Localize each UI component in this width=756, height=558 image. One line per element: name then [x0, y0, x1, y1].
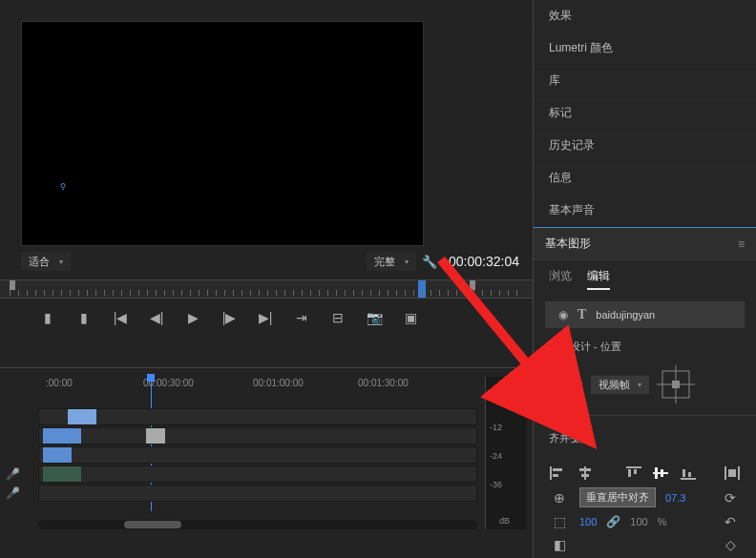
- align-bottom-button[interactable]: [680, 465, 698, 482]
- chevron-down-icon: ▾: [405, 258, 409, 266]
- svg-rect-4: [550, 466, 552, 480]
- timeline-panel: :00:00 00:00:30:00 00:01:00:00 00:01:30:…: [0, 367, 533, 539]
- panel-tab-history[interactable]: 历史记录: [534, 130, 756, 162]
- svg-rect-18: [688, 472, 691, 477]
- transport-controls: ▮ ▮ |◀ ◀| ▶ |▶ ▶| ⇥ ⊟ 📷 ▣: [38, 310, 420, 325]
- opacity-value[interactable]: 100: [630, 516, 647, 527]
- pin-to-dropdown[interactable]: 视频帧 ▾: [591, 376, 649, 394]
- time-label: 00:01:00:00: [253, 378, 304, 388]
- time-label: :00:00: [46, 378, 73, 388]
- reset-icon[interactable]: ⟳: [720, 489, 741, 506]
- svg-rect-17: [682, 469, 685, 477]
- panel-tab-markers[interactable]: 标记: [534, 97, 756, 130]
- align-left-button[interactable]: [549, 465, 567, 482]
- align-hcenter-button[interactable]: [577, 465, 595, 482]
- timeline-scrollbar[interactable]: [38, 520, 477, 529]
- panel-menu-icon[interactable]: ≡: [738, 238, 745, 251]
- svg-rect-6: [553, 474, 558, 477]
- mark-out-button[interactable]: ▮: [74, 310, 94, 325]
- vcenter-tooltip: 垂直居中对齐: [579, 487, 656, 507]
- distribute-button[interactable]: [723, 465, 741, 482]
- main-editor-area: ǫ 适合 ▾ 完整 ▾ 🔧 00:00:32:04 ▮ ▮ |◀ ◀| ▶ |▶…: [0, 0, 533, 558]
- out-marker[interactable]: [470, 280, 475, 290]
- go-to-in-button[interactable]: |◀: [111, 310, 130, 325]
- monitor-ruler[interactable]: [0, 279, 533, 299]
- step-back-button[interactable]: ◀|: [147, 310, 166, 325]
- keyframe-icon[interactable]: ◇: [720, 536, 741, 553]
- video-clip[interactable]: [43, 447, 72, 463]
- mark-in-button[interactable]: ▮: [38, 310, 57, 325]
- play-button[interactable]: ▶: [183, 310, 202, 325]
- panel-tab-info[interactable]: 信息: [534, 162, 756, 195]
- align-vcenter-button[interactable]: [652, 465, 670, 482]
- program-monitor[interactable]: ǫ: [21, 21, 424, 246]
- svg-rect-3: [672, 381, 680, 388]
- position-icon: ⊕: [549, 489, 570, 506]
- track-mic-a1[interactable]: 🎤: [6, 467, 32, 481]
- tab-browse[interactable]: 浏览: [549, 268, 572, 290]
- svg-rect-20: [738, 466, 740, 480]
- track-mic-a2[interactable]: 🎤: [6, 486, 32, 500]
- svg-rect-16: [681, 478, 696, 480]
- track-v2[interactable]: [38, 427, 477, 444]
- essential-graphics-title: 基本图形: [545, 236, 591, 252]
- zoom-fit-dropdown[interactable]: 适合 ▾: [21, 252, 71, 271]
- lift-button[interactable]: ⇥: [292, 310, 311, 325]
- visibility-icon[interactable]: ◉: [558, 308, 568, 321]
- link-icon[interactable]: 🔗: [606, 515, 620, 528]
- meter-tick: -36: [490, 480, 502, 489]
- extract-button[interactable]: ⊟: [328, 310, 347, 325]
- meter-tick: -12: [490, 423, 502, 432]
- svg-rect-15: [661, 469, 663, 477]
- video-tracks: [38, 408, 477, 504]
- audio-clip[interactable]: [43, 466, 81, 482]
- time-label: 00:01:30:00: [358, 378, 409, 388]
- track-v3[interactable]: [38, 408, 477, 425]
- pin-anchor-grid[interactable]: [657, 365, 695, 403]
- video-clip[interactable]: [43, 428, 81, 444]
- layer-name: baidujingyan: [596, 309, 655, 320]
- panel-tab-effects[interactable]: 效果: [534, 0, 756, 32]
- svg-rect-14: [655, 467, 658, 479]
- step-forward-button[interactable]: |▶: [220, 310, 239, 325]
- undo-icon[interactable]: ↶: [720, 513, 741, 530]
- position-row: ⊕ 垂直居中对齐 07.3 ⟳: [549, 487, 741, 507]
- preview-glyph: ǫ: [60, 179, 66, 190]
- svg-rect-21: [728, 469, 736, 477]
- pin-to-row: 固定到: 视频帧 ▾: [534, 362, 756, 407]
- track-a1[interactable]: [38, 465, 477, 483]
- scrollbar-thumb[interactable]: [124, 521, 181, 528]
- go-to-out-button[interactable]: ▶|: [256, 310, 275, 325]
- layer-row[interactable]: ◉ T baidujingyan: [545, 301, 745, 328]
- panel-tab-essential-sound[interactable]: 基本声音: [534, 195, 756, 227]
- track-a2[interactable]: [38, 485, 477, 502]
- video-clip[interactable]: [68, 409, 96, 424]
- panel-tab-lumetri[interactable]: Lumetri 颜色: [534, 32, 756, 65]
- tab-edit[interactable]: 编辑: [587, 268, 610, 290]
- track-v1[interactable]: [38, 446, 477, 464]
- opacity-icon: ◧: [549, 536, 570, 553]
- responsive-design-label: 响应设计 - 位置: [534, 332, 756, 362]
- mic-icon: 🎤: [6, 467, 20, 481]
- quality-label: 完整: [374, 255, 395, 269]
- export-frame-button[interactable]: 📷: [365, 310, 384, 325]
- scale-row: ⬚ 100 🔗 100 % ↶: [549, 513, 741, 530]
- pin-to-value: 视频帧: [598, 378, 630, 392]
- video-clip[interactable]: [146, 428, 165, 444]
- percent-label: %: [658, 516, 667, 527]
- in-marker[interactable]: [10, 280, 15, 290]
- side-panel: 效果 Lumetri 颜色 库 标记 历史记录 信息 基本声音 基本图形 ≡ 浏…: [533, 0, 756, 558]
- quality-dropdown[interactable]: 完整 ▾: [367, 252, 416, 271]
- comparison-button[interactable]: ▣: [401, 310, 420, 325]
- essential-graphics-header: 基本图形 ≡: [534, 227, 756, 260]
- svg-rect-10: [626, 466, 641, 468]
- align-top-button[interactable]: [624, 465, 642, 482]
- panel-tab-library[interactable]: 库: [534, 65, 756, 97]
- scale-icon: ⬚: [549, 513, 570, 530]
- svg-rect-11: [628, 469, 631, 477]
- svg-rect-9: [581, 474, 589, 477]
- position-y-value[interactable]: 07.3: [665, 492, 685, 504]
- wrench-icon[interactable]: 🔧: [422, 255, 437, 269]
- chevron-down-icon: ▾: [638, 381, 641, 389]
- scale-value[interactable]: 100: [579, 516, 597, 527]
